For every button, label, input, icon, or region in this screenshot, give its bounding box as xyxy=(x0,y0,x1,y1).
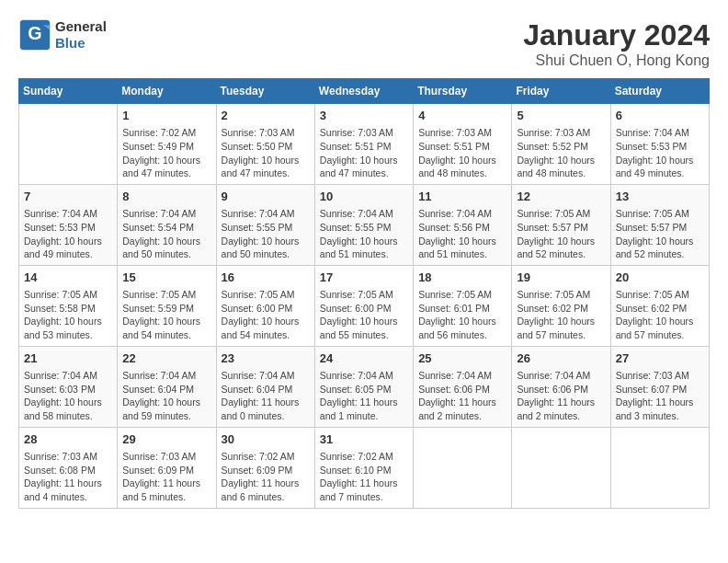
calendar-cell: 2Sunrise: 7:03 AMSunset: 5:50 PMDaylight… xyxy=(216,104,314,185)
day-info: Sunrise: 7:04 AMSunset: 6:05 PMDaylight:… xyxy=(320,369,408,423)
day-info: Sunrise: 7:03 AMSunset: 5:51 PMDaylight:… xyxy=(418,126,506,180)
day-number: 30 xyxy=(222,431,310,448)
day-number: 8 xyxy=(122,189,210,205)
weekday-header-sunday: Sunday xyxy=(19,79,118,104)
day-number: 27 xyxy=(616,350,704,367)
day-number: 2 xyxy=(222,108,310,124)
calendar-cell: 28Sunrise: 7:03 AMSunset: 6:08 PMDayligh… xyxy=(19,427,118,508)
logo-text-general: General xyxy=(55,18,107,35)
day-number: 31 xyxy=(320,431,408,448)
calendar-cell: 10Sunrise: 7:04 AMSunset: 5:55 PMDayligh… xyxy=(314,184,413,265)
day-info: Sunrise: 7:04 AMSunset: 6:06 PMDaylight:… xyxy=(418,369,506,423)
logo: G General Blue xyxy=(18,18,107,52)
weekday-header-monday: Monday xyxy=(118,79,216,104)
day-number: 19 xyxy=(517,270,605,286)
calendar-cell: 1Sunrise: 7:02 AMSunset: 5:49 PMDaylight… xyxy=(118,104,216,185)
day-info: Sunrise: 7:05 AMSunset: 6:00 PMDaylight:… xyxy=(222,288,310,342)
day-info: Sunrise: 7:04 AMSunset: 6:04 PMDaylight:… xyxy=(222,369,310,423)
day-number: 1 xyxy=(122,108,210,124)
calendar-cell: 27Sunrise: 7:03 AMSunset: 6:07 PMDayligh… xyxy=(610,346,709,427)
weekday-header-tuesday: Tuesday xyxy=(216,79,314,104)
weekday-header-wednesday: Wednesday xyxy=(314,79,413,104)
day-info: Sunrise: 7:05 AMSunset: 6:02 PMDaylight:… xyxy=(616,288,704,342)
calendar-cell: 16Sunrise: 7:05 AMSunset: 6:00 PMDayligh… xyxy=(216,265,314,346)
calendar-cell: 21Sunrise: 7:04 AMSunset: 6:03 PMDayligh… xyxy=(19,346,118,427)
calendar-cell: 30Sunrise: 7:02 AMSunset: 6:09 PMDayligh… xyxy=(216,427,314,508)
day-info: Sunrise: 7:04 AMSunset: 5:53 PMDaylight:… xyxy=(616,126,704,180)
day-info: Sunrise: 7:04 AMSunset: 6:03 PMDaylight:… xyxy=(24,369,112,423)
day-number: 16 xyxy=(222,270,310,286)
calendar-cell: 11Sunrise: 7:04 AMSunset: 5:56 PMDayligh… xyxy=(414,184,512,265)
day-number: 3 xyxy=(320,108,408,124)
calendar-cell: 23Sunrise: 7:04 AMSunset: 6:04 PMDayligh… xyxy=(216,346,314,427)
calendar-cell: 8Sunrise: 7:04 AMSunset: 5:54 PMDaylight… xyxy=(118,184,216,265)
day-info: Sunrise: 7:03 AMSunset: 6:07 PMDaylight:… xyxy=(616,369,704,423)
week-row-4: 21Sunrise: 7:04 AMSunset: 6:03 PMDayligh… xyxy=(19,346,710,427)
day-info: Sunrise: 7:03 AMSunset: 5:52 PMDaylight:… xyxy=(517,126,605,180)
week-row-2: 7Sunrise: 7:04 AMSunset: 5:53 PMDaylight… xyxy=(19,184,710,265)
day-number: 18 xyxy=(418,270,506,286)
calendar-cell xyxy=(512,427,610,508)
calendar-cell: 7Sunrise: 7:04 AMSunset: 5:53 PMDaylight… xyxy=(19,184,118,265)
week-row-3: 14Sunrise: 7:05 AMSunset: 5:58 PMDayligh… xyxy=(19,265,710,346)
day-number: 21 xyxy=(24,350,112,367)
day-number: 6 xyxy=(616,108,704,124)
day-info: Sunrise: 7:05 AMSunset: 5:59 PMDaylight:… xyxy=(122,288,210,342)
calendar-cell: 9Sunrise: 7:04 AMSunset: 5:55 PMDaylight… xyxy=(216,184,314,265)
day-info: Sunrise: 7:04 AMSunset: 5:55 PMDaylight:… xyxy=(320,207,408,261)
day-info: Sunrise: 7:05 AMSunset: 6:02 PMDaylight:… xyxy=(517,288,605,342)
calendar-cell xyxy=(414,427,512,508)
title-block: January 2024 Shui Chuen O, Hong Kong xyxy=(523,18,710,69)
day-info: Sunrise: 7:02 AMSunset: 6:09 PMDaylight:… xyxy=(222,450,310,504)
day-number: 10 xyxy=(320,189,408,205)
calendar-cell: 4Sunrise: 7:03 AMSunset: 5:51 PMDaylight… xyxy=(414,104,512,185)
day-info: Sunrise: 7:02 AMSunset: 5:49 PMDaylight:… xyxy=(122,126,210,180)
calendar-table: SundayMondayTuesdayWednesdayThursdayFrid… xyxy=(18,78,710,509)
calendar-cell xyxy=(19,104,118,185)
svg-text:G: G xyxy=(28,23,41,43)
day-number: 28 xyxy=(24,431,112,448)
day-info: Sunrise: 7:04 AMSunset: 5:55 PMDaylight:… xyxy=(222,207,310,261)
day-number: 17 xyxy=(320,270,408,286)
weekday-header-thursday: Thursday xyxy=(414,79,512,104)
page-header: G General Blue January 2024 Shui Chuen O… xyxy=(18,18,710,69)
day-number: 20 xyxy=(616,270,704,286)
day-number: 29 xyxy=(122,431,210,448)
day-info: Sunrise: 7:03 AMSunset: 5:50 PMDaylight:… xyxy=(222,126,310,180)
day-info: Sunrise: 7:05 AMSunset: 6:01 PMDaylight:… xyxy=(418,288,506,342)
day-info: Sunrise: 7:03 AMSunset: 6:08 PMDaylight:… xyxy=(24,450,112,504)
calendar-cell: 24Sunrise: 7:04 AMSunset: 6:05 PMDayligh… xyxy=(314,346,413,427)
day-number: 22 xyxy=(122,350,210,367)
calendar-cell: 6Sunrise: 7:04 AMSunset: 5:53 PMDaylight… xyxy=(610,104,709,185)
day-number: 24 xyxy=(320,350,408,367)
calendar-cell: 13Sunrise: 7:05 AMSunset: 5:57 PMDayligh… xyxy=(610,184,709,265)
calendar-cell: 29Sunrise: 7:03 AMSunset: 6:09 PMDayligh… xyxy=(118,427,216,508)
calendar-cell: 3Sunrise: 7:03 AMSunset: 5:51 PMDaylight… xyxy=(314,104,413,185)
calendar-cell: 20Sunrise: 7:05 AMSunset: 6:02 PMDayligh… xyxy=(610,265,709,346)
day-number: 14 xyxy=(24,270,112,286)
day-info: Sunrise: 7:03 AMSunset: 6:09 PMDaylight:… xyxy=(122,450,210,504)
calendar-cell xyxy=(610,427,709,508)
day-number: 7 xyxy=(24,189,112,205)
day-number: 15 xyxy=(122,270,210,286)
day-info: Sunrise: 7:05 AMSunset: 6:00 PMDaylight:… xyxy=(320,288,408,342)
day-number: 4 xyxy=(418,108,506,124)
day-info: Sunrise: 7:04 AMSunset: 5:54 PMDaylight:… xyxy=(122,207,210,261)
day-number: 12 xyxy=(517,189,605,205)
calendar-cell: 17Sunrise: 7:05 AMSunset: 6:00 PMDayligh… xyxy=(314,265,413,346)
calendar-cell: 15Sunrise: 7:05 AMSunset: 5:59 PMDayligh… xyxy=(118,265,216,346)
day-info: Sunrise: 7:04 AMSunset: 6:06 PMDaylight:… xyxy=(517,369,605,423)
calendar-cell: 5Sunrise: 7:03 AMSunset: 5:52 PMDaylight… xyxy=(512,104,610,185)
day-number: 9 xyxy=(222,189,310,205)
calendar-cell: 26Sunrise: 7:04 AMSunset: 6:06 PMDayligh… xyxy=(512,346,610,427)
day-number: 11 xyxy=(418,189,506,205)
day-number: 23 xyxy=(222,350,310,367)
calendar-cell: 31Sunrise: 7:02 AMSunset: 6:10 PMDayligh… xyxy=(314,427,413,508)
day-number: 25 xyxy=(418,350,506,367)
calendar-cell: 12Sunrise: 7:05 AMSunset: 5:57 PMDayligh… xyxy=(512,184,610,265)
calendar-cell: 14Sunrise: 7:05 AMSunset: 5:58 PMDayligh… xyxy=(19,265,118,346)
weekday-header-saturday: Saturday xyxy=(610,79,709,104)
day-info: Sunrise: 7:02 AMSunset: 6:10 PMDaylight:… xyxy=(320,450,408,504)
logo-icon: G xyxy=(18,18,51,52)
weekday-header-friday: Friday xyxy=(512,79,610,104)
